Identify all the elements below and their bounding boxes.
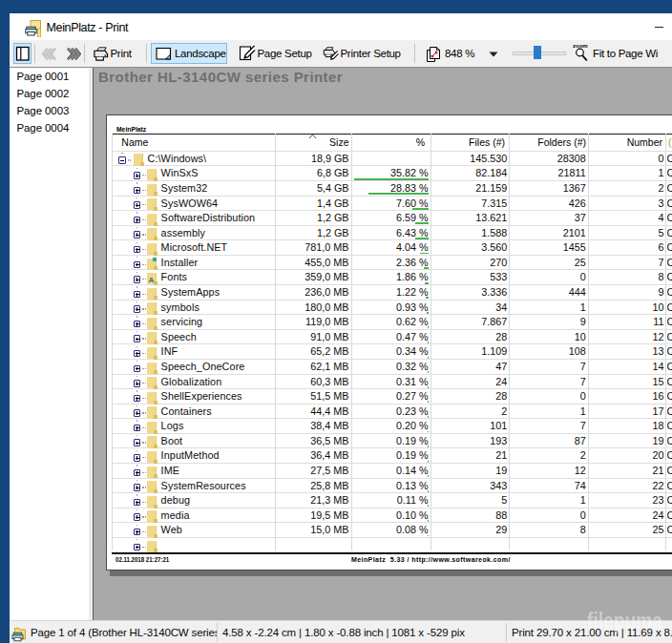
svg-text:zoom: zoom <box>573 43 588 49</box>
